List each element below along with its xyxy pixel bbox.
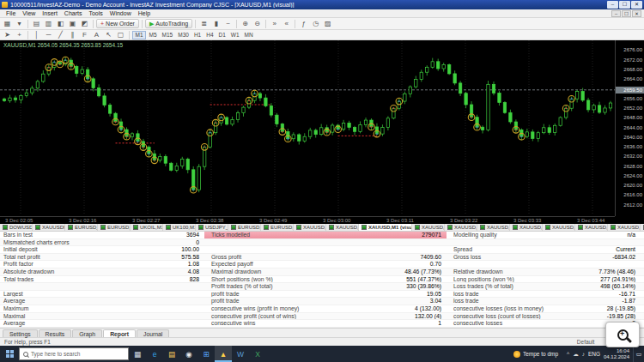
templates-icon[interactable]: ▨ (322, 19, 333, 29)
zoom-tool-overlay[interactable] (605, 322, 640, 347)
new-chart-icon[interactable]: ▦ (2, 19, 13, 29)
chart-tab[interactable]: DOWUSD,M30 (0, 224, 33, 231)
menu-view[interactable]: View (19, 10, 39, 16)
periods-dropdown-icon[interactable]: ◷ (310, 19, 321, 29)
menu-file[interactable]: File (3, 10, 19, 16)
taskbar-edge-icon[interactable]: e (146, 346, 163, 362)
timeframe-d1[interactable]: D1 (216, 31, 228, 39)
menu-window[interactable]: Window (106, 10, 135, 16)
terminal-icon[interactable]: ▣ (67, 19, 78, 29)
timeframe-m5[interactable]: M5 (147, 31, 159, 39)
timeframe-m15[interactable]: M15 (160, 31, 175, 39)
chart-tab[interactable]: EURUSD,M1 (261, 224, 294, 231)
taskbar-mt4-icon[interactable]: ▲ (215, 346, 232, 362)
crosshair-icon[interactable]: + (14, 30, 25, 40)
chart-tab[interactable]: XAUUSD,M1 (visual) (510, 224, 543, 231)
navigator-icon[interactable]: ◧ (55, 19, 66, 29)
status-profile[interactable]: Default (577, 339, 595, 345)
chart-canvas[interactable] (0, 40, 615, 216)
child-close-button[interactable]: ✕ (632, 10, 641, 17)
tester-tab-settings[interactable]: Settings (3, 329, 38, 337)
zoom-in-icon[interactable]: ⊕ (240, 19, 251, 29)
timeframe-h1[interactable]: H1 (191, 31, 203, 39)
tester-tab-journal[interactable]: Journal (137, 329, 169, 337)
data-window-icon[interactable]: ▥ (43, 19, 54, 29)
chart-tab[interactable]: USDJPY_prof,M1 (196, 224, 228, 231)
line-view-icon[interactable]: ~ (222, 19, 234, 29)
timeframe-mn[interactable]: MN (242, 31, 255, 39)
menu-insert[interactable]: Insert (39, 10, 61, 16)
tray-onedrive-icon[interactable]: ☁ (573, 351, 579, 358)
timeframe-w1[interactable]: W1 (228, 31, 241, 39)
chart-tab[interactable]: XAUUSD,M30 (294, 224, 326, 231)
maximize-button[interactable]: ☐ (619, 1, 630, 9)
timeframe-m30[interactable]: M30 (176, 31, 191, 39)
horizontal-line-icon[interactable]: ─ (43, 30, 54, 40)
taskbar-excel-icon[interactable]: X (249, 346, 266, 362)
chart-tab[interactable]: UK100,M1 (163, 224, 196, 231)
time-axis[interactable]: 3 Dec 02:053 Dec 02:163 Dec 02:273 Dec 0… (0, 216, 615, 224)
shapes-icon[interactable]: ▢ (115, 30, 126, 40)
taskbar-store-icon[interactable]: ⊞ (197, 346, 215, 362)
strategy-tester-icon[interactable]: ◩ (79, 19, 90, 29)
chart-tab[interactable]: UKOIL,M1 (131, 224, 163, 231)
vertical-line-icon[interactable]: │ (31, 30, 42, 40)
menu-help[interactable]: Help (135, 10, 154, 16)
chart-tab[interactable]: XAUUSD,M1 (visual) (359, 224, 412, 231)
market-watch-icon[interactable]: ▤ (31, 19, 42, 29)
fibonacci-icon[interactable]: F (79, 30, 90, 40)
profiles-dropdown-icon[interactable]: ▾ (14, 19, 25, 29)
language-indicator[interactable]: ENG (588, 351, 600, 357)
bars-view-icon[interactable]: ≣ (198, 19, 210, 29)
autotrading-button[interactable]: ▶AutoTrading (145, 19, 192, 28)
new-order-button[interactable]: +New Order (96, 19, 139, 28)
chart-tab[interactable]: EURUSD,M1 (98, 224, 131, 231)
tester-tab-report[interactable]: Report (103, 329, 136, 337)
taskbar-task-view-icon[interactable]: ▦ (129, 346, 146, 362)
chart-tab[interactable]: XAUUSD,M1 (visual) (575, 224, 608, 231)
close-button[interactable]: ✕ (631, 1, 642, 9)
start-button[interactable] (0, 346, 19, 362)
chart-tab[interactable]: XAUUSD,M1 (326, 224, 359, 231)
indicators-icon[interactable]: ƒ (298, 19, 309, 29)
minimize-button[interactable]: – (607, 1, 618, 9)
search-input[interactable]: Type here to search (19, 347, 129, 360)
tray-volume-icon[interactable]: ♪ (582, 351, 585, 358)
trendline-icon[interactable]: ╱ (55, 30, 66, 40)
notification-center-button[interactable]: ▭ (633, 346, 644, 362)
chart-tab[interactable]: XAUUSD,M1 (visual) (412, 224, 445, 231)
report-cell (447, 261, 641, 268)
chart-tab[interactable]: XAUUSD,M1 (visual) (641, 224, 644, 231)
tester-tab-graph[interactable]: Graph (72, 329, 102, 337)
channel-icon[interactable]: ∥ (67, 30, 78, 40)
tester-tab-results[interactable]: Results (39, 329, 72, 337)
chart-shift-icon[interactable]: « (281, 19, 292, 29)
zoom-out-icon[interactable]: ⊖ (252, 19, 263, 29)
chart-area[interactable]: XAUUSD,M1 2654.05 2654.35 2653.85 2654.1… (0, 40, 644, 224)
price-axis[interactable]: 2676.002672.002668.002664.002660.002656.… (615, 40, 644, 216)
arrow-tool-icon[interactable]: ↖ (103, 30, 114, 40)
cursor-icon[interactable]: ➤ (2, 30, 13, 40)
chart-tab[interactable]: XAUUSD,M1 (visual) (445, 224, 477, 231)
menu-charts[interactable]: Charts (61, 10, 86, 16)
child-minimize-button[interactable]: – (611, 10, 621, 17)
taskbar-clock[interactable]: 16:04 04.12.2024 (604, 348, 629, 360)
taskbar-chrome-icon[interactable]: ◉ (180, 346, 197, 362)
text-icon[interactable]: A (91, 30, 102, 40)
chart-tab[interactable]: EURUSD,M5 (228, 224, 261, 231)
taskbar-file-explorer-icon[interactable]: ▤ (163, 346, 180, 362)
taskbar-word-icon[interactable]: W (232, 346, 249, 362)
chart-tab[interactable]: XAUUSDM,period (33, 224, 65, 231)
weather-widget[interactable]: Tempe to dmp (508, 346, 563, 362)
chart-tab[interactable]: XAUUSD,M1 (visual) (477, 224, 510, 231)
auto-scroll-icon[interactable]: » (269, 19, 280, 29)
menu-tools[interactable]: Tools (85, 10, 106, 16)
candles-view-icon[interactable]: ▮ (210, 19, 222, 29)
timeframe-h4[interactable]: H4 (204, 31, 216, 39)
chart-tab[interactable]: XAUUSD,M1 (visual) (543, 224, 575, 231)
child-maximize-button[interactable]: ☐ (622, 10, 631, 17)
chart-tab[interactable]: XAUUSD,M1 (visual) (608, 224, 641, 231)
tray-tray-expand-icon[interactable]: ^ (567, 351, 569, 358)
chart-tab[interactable]: EURUSD_zrv,M5 (65, 224, 98, 231)
timeframe-m1[interactable]: M1 (132, 31, 146, 39)
